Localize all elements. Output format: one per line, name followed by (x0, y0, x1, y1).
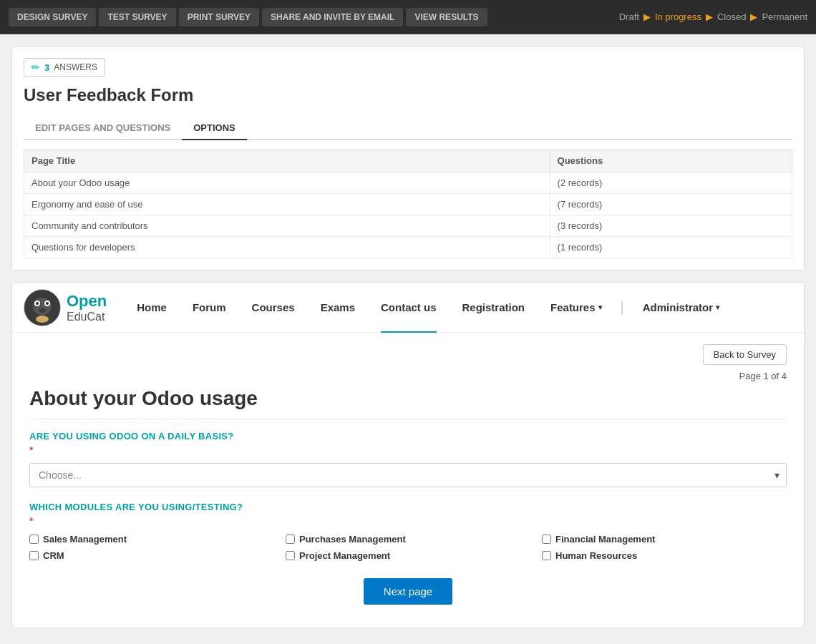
questions-cell: (7 records) (550, 194, 792, 215)
nav-forum[interactable]: Forum (180, 283, 239, 333)
print-survey-button[interactable]: PRINT SURVEY (179, 8, 259, 26)
questions-cell: (2 records) (550, 172, 792, 194)
checkbox-input[interactable] (542, 551, 551, 560)
survey-content: Back to Survey Page 1 of 4 About your Od… (12, 333, 804, 628)
nav-courses[interactable]: Courses (239, 283, 308, 333)
nav-administrator[interactable]: Administrator ▾ (630, 283, 732, 333)
nav-links: Home Forum Courses Exams Contact us Regi… (124, 283, 792, 333)
website-nav: Open EduCat Home Forum Courses Exams Con… (12, 283, 804, 333)
arrow-icon-1: ▶ (643, 11, 651, 22)
view-results-button[interactable]: VIEW RESULTS (406, 8, 487, 26)
logo-icon (24, 289, 61, 326)
logo-area[interactable]: Open EduCat (24, 289, 107, 326)
table-row: Community and contributors(3 records) (24, 215, 792, 237)
top-bar: DESIGN SURVEY TEST SURVEY PRINT SURVEY S… (0, 0, 816, 34)
answers-label: ANSWERS (54, 62, 97, 72)
website-section: Open EduCat Home Forum Courses Exams Con… (11, 282, 805, 628)
nav-features[interactable]: Features ▾ (538, 283, 615, 333)
question-1-label: ARE YOU USING ODOO ON A DAILY BASIS? (29, 431, 787, 441)
checkbox-item[interactable]: Financial Management (542, 534, 787, 545)
nav-home[interactable]: Home (124, 283, 180, 333)
question-1-required: * (29, 444, 787, 456)
survey-tabs: EDIT PAGES AND QUESTIONS OPTIONS (24, 117, 792, 140)
checkbox-input[interactable] (29, 535, 39, 544)
edit-icon: ✏ (31, 62, 40, 73)
next-page-button[interactable]: Next page (364, 578, 452, 605)
checkbox-input[interactable] (286, 535, 295, 544)
svg-point-7 (36, 316, 49, 323)
test-survey-button[interactable]: TEST SURVEY (99, 8, 175, 26)
share-invite-button[interactable]: SHARE AND INVITE BY EMAIL (262, 8, 403, 26)
checkbox-item[interactable]: Purchases Management (286, 534, 530, 545)
nav-separator: | (621, 299, 624, 316)
page-title-cell: About your Odoo usage (24, 172, 550, 194)
page-title-cell: Questions for developers (24, 237, 550, 258)
question-2-label: WHICH MODULES ARE YOU USING/TESTING? (29, 502, 787, 512)
answers-count: 3 (44, 62, 49, 73)
back-to-survey-button[interactable]: Back to Survey (703, 344, 787, 365)
checkbox-item[interactable]: Project Management (286, 550, 530, 561)
nav-registration[interactable]: Registration (450, 283, 538, 333)
questions-cell: (3 records) (550, 215, 792, 237)
status-permanent: Permanent (762, 11, 807, 22)
design-survey-button[interactable]: DESIGN SURVEY (9, 8, 96, 26)
page-heading: About your Odoo usage (29, 387, 787, 419)
admin-panel: ✏ 3 ANSWERS User Feedback Form EDIT PAGE… (11, 46, 805, 270)
svg-point-6 (39, 308, 46, 313)
page-title-cell: Community and contributors (24, 215, 550, 237)
logo-open: Open (67, 292, 107, 311)
arrow-icon-2: ▶ (706, 11, 713, 22)
status-closed: Closed (717, 11, 746, 22)
table-row: About your Odoo usage(2 records) (24, 172, 792, 194)
checkbox-item[interactable]: CRM (29, 550, 274, 561)
tab-options[interactable]: OPTIONS (182, 117, 247, 140)
checkbox-item[interactable]: Human Resources (542, 550, 787, 561)
questions-cell: (1 records) (550, 237, 792, 258)
nav-contact[interactable]: Contact us (368, 283, 450, 333)
checkbox-input[interactable] (542, 535, 551, 544)
survey-header: Back to Survey (29, 344, 787, 365)
tab-edit-pages[interactable]: EDIT PAGES AND QUESTIONS (24, 117, 182, 140)
checkbox-item[interactable]: Sales Management (29, 534, 274, 545)
status-bar: Draft ▶ In progress ▶ Closed ▶ Permanent (619, 11, 807, 22)
checkboxes-group: Sales Management Purchases Management Fi… (29, 534, 787, 561)
status-draft: Draft (619, 11, 639, 22)
question-1-select[interactable]: Choose... (29, 463, 787, 487)
table-row: Questions for developers(1 records) (24, 237, 792, 258)
question-1-select-wrapper: Choose... ▾ (29, 463, 787, 487)
svg-point-4 (36, 302, 39, 305)
logo-text: Open EduCat (67, 292, 107, 323)
next-button-wrap: Next page (29, 578, 787, 616)
table-row: Ergonomy and ease of use(7 records) (24, 194, 792, 215)
features-caret: ▾ (598, 303, 602, 311)
col-page-title: Page Title (24, 150, 550, 172)
logo-educat: EduCat (67, 311, 107, 323)
page-info: Page 1 of 4 (29, 371, 787, 381)
pages-table: Page Title Questions About your Odoo usa… (24, 149, 792, 258)
top-bar-buttons: DESIGN SURVEY TEST SURVEY PRINT SURVEY S… (9, 8, 487, 26)
survey-title: User Feedback Form (24, 85, 792, 105)
answers-badge[interactable]: ✏ 3 ANSWERS (24, 58, 105, 77)
col-questions: Questions (550, 150, 792, 172)
question-2-required: * (29, 515, 787, 527)
admin-caret: ▾ (716, 303, 719, 311)
page-title-cell: Ergonomy and ease of use (24, 194, 550, 215)
checkbox-input[interactable] (286, 551, 295, 560)
arrow-icon-3: ▶ (750, 11, 757, 22)
status-inprogress: In progress (655, 11, 701, 22)
checkbox-input[interactable] (29, 551, 39, 560)
nav-exams[interactable]: Exams (308, 283, 368, 333)
svg-point-5 (46, 302, 49, 305)
